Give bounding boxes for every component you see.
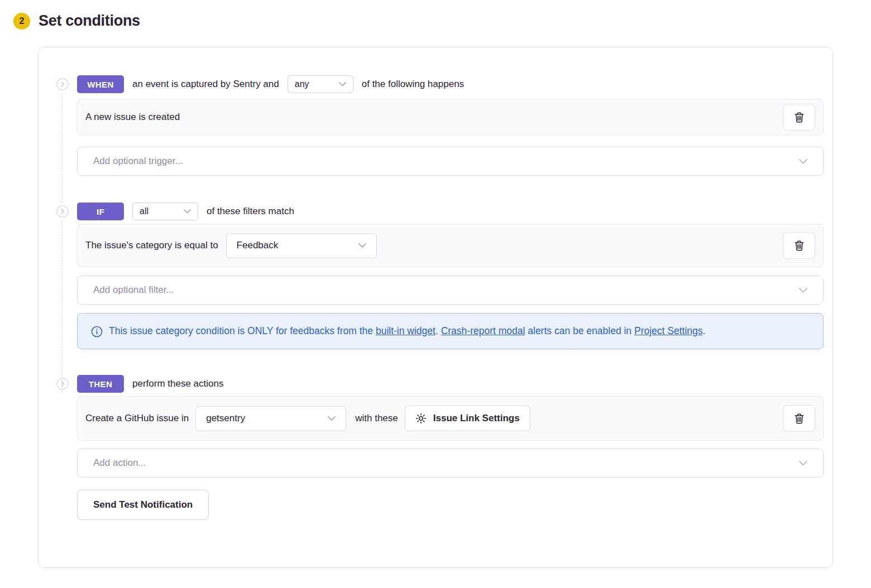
gear-icon bbox=[415, 413, 427, 424]
add-action-select[interactable]: Add action... bbox=[77, 449, 824, 478]
alert-seg1: This issue category condition is ONLY fo… bbox=[109, 325, 376, 336]
chevron-down-icon bbox=[328, 416, 336, 421]
add-optional-filter-select[interactable]: Add optional filter... bbox=[77, 276, 824, 305]
step-number-badge: 2 bbox=[13, 13, 30, 30]
when-match-select-value: any bbox=[295, 79, 309, 89]
step-connector-line bbox=[62, 93, 63, 203]
alert-seg2: . bbox=[436, 325, 441, 336]
chevron-down-icon bbox=[799, 288, 807, 293]
if-text-after: of these filters match bbox=[207, 206, 294, 217]
action-text-middle: with these bbox=[355, 413, 398, 424]
then-text-after: perform these actions bbox=[132, 378, 223, 389]
filter-category-select-value: Feedback bbox=[237, 240, 279, 251]
if-badge: IF bbox=[77, 203, 124, 220]
issue-link-settings-label: Issue Link Settings bbox=[433, 413, 520, 424]
trigger-rule-text: A new issue is created bbox=[85, 112, 180, 123]
alert-seg4: . bbox=[703, 325, 706, 336]
trash-icon bbox=[794, 112, 805, 123]
delete-trigger-button[interactable] bbox=[783, 104, 815, 131]
chevron-down-icon bbox=[184, 209, 191, 214]
step-connector-line bbox=[62, 220, 63, 393]
page-title: Set conditions bbox=[39, 12, 140, 30]
chevron-down-icon bbox=[339, 82, 346, 86]
add-optional-trigger-placeholder: Add optional trigger... bbox=[93, 156, 183, 167]
when-text-after: of the following happens bbox=[362, 79, 464, 90]
crash-report-modal-link[interactable]: Crash-report modal bbox=[441, 325, 525, 336]
send-test-notification-button[interactable]: Send Test Notification bbox=[77, 490, 209, 520]
when-match-select[interactable]: any bbox=[288, 75, 353, 93]
chevron-down-icon bbox=[358, 243, 366, 248]
chevron-right-circle-icon bbox=[56, 378, 69, 390]
when-text-before: an event is captured by Sentry and bbox=[132, 79, 279, 90]
filter-rule-text: The issue's category is equal to bbox=[85, 240, 218, 251]
trigger-rule-row: A new issue is created bbox=[77, 99, 824, 136]
then-step-row: THEN perform these actions bbox=[56, 375, 824, 393]
action-repo-select[interactable]: getsentry bbox=[195, 406, 346, 431]
delete-action-button[interactable] bbox=[783, 405, 815, 432]
if-match-select-value: all bbox=[140, 206, 149, 216]
conditions-card: WHEN an event is captured by Sentry and … bbox=[38, 47, 833, 568]
delete-filter-button[interactable] bbox=[783, 232, 815, 259]
add-optional-filter-placeholder: Add optional filter... bbox=[93, 285, 174, 296]
filter-rule-row: The issue's category is equal to Feedbac… bbox=[77, 224, 824, 267]
chevron-right-circle-icon bbox=[56, 78, 69, 90]
when-step-row: WHEN an event is captured by Sentry and … bbox=[56, 75, 824, 93]
then-badge: THEN bbox=[77, 375, 124, 393]
trash-icon bbox=[794, 240, 805, 252]
issue-category-info-alert: This issue category condition is ONLY fo… bbox=[77, 313, 824, 349]
project-settings-link[interactable]: Project Settings bbox=[634, 325, 703, 336]
action-rule-row: Create a GitHub issue in getsentry with … bbox=[77, 396, 824, 441]
issue-link-settings-button[interactable]: Issue Link Settings bbox=[405, 406, 530, 431]
trash-icon bbox=[794, 413, 805, 425]
action-repo-select-value: getsentry bbox=[206, 413, 245, 424]
built-in-widget-link[interactable]: built-in widget bbox=[376, 325, 436, 336]
chevron-down-icon bbox=[799, 461, 807, 466]
add-optional-trigger-select[interactable]: Add optional trigger... bbox=[77, 147, 824, 176]
add-action-placeholder: Add action... bbox=[93, 457, 146, 469]
filter-category-select[interactable]: Feedback bbox=[226, 233, 377, 258]
alert-seg3: alerts can be enabled in bbox=[525, 325, 634, 336]
if-match-select[interactable]: all bbox=[132, 203, 198, 220]
if-step-row: IF all of these filters match bbox=[56, 203, 824, 220]
action-rule-text: Create a GitHub issue in bbox=[85, 413, 189, 424]
when-badge: WHEN bbox=[77, 75, 124, 93]
chevron-right-circle-icon bbox=[56, 205, 69, 218]
alert-text: This issue category condition is ONLY fo… bbox=[109, 322, 705, 340]
chevron-down-icon bbox=[799, 159, 807, 164]
page-header: 2 Set conditions bbox=[0, 0, 871, 30]
info-icon bbox=[91, 326, 103, 340]
